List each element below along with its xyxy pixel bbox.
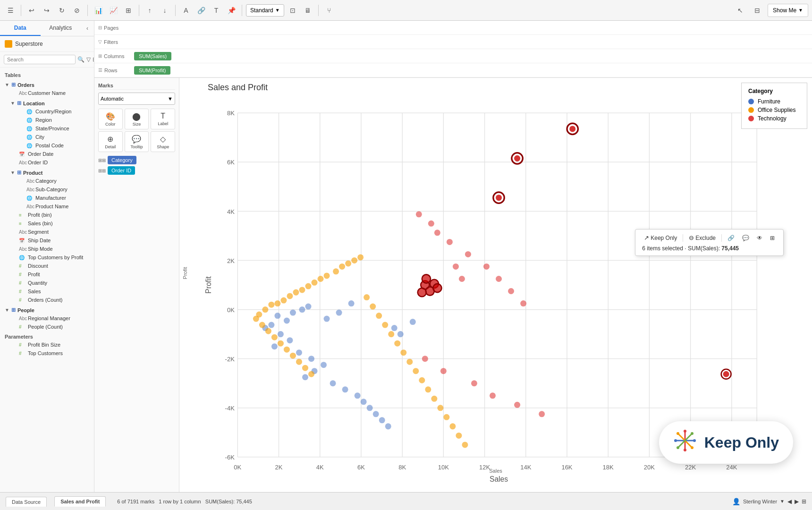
keep-only-button[interactable]: ↗ Keep Only xyxy=(642,233,679,242)
product-group[interactable]: ▼ ⊞ Product xyxy=(8,167,94,177)
svg-point-74 xyxy=(262,306,268,313)
field-profit-bin-size[interactable]: # Profit Bin Size xyxy=(8,340,94,349)
category-pill[interactable]: Category xyxy=(108,156,136,164)
marks-label-btn[interactable]: T Label xyxy=(151,109,175,129)
field-regional-manager[interactable]: Abc Regional Manager xyxy=(8,314,94,323)
canvas-wrapper: Marks Automatic ▼ 🎨 Color ⬤ Size T xyxy=(94,78,812,492)
link-icon[interactable]: 🔗 xyxy=(195,4,208,17)
refresh-button[interactable]: ↻ xyxy=(55,4,68,17)
field-subcategory[interactable]: Abc Sub-Category xyxy=(16,185,94,194)
svg-point-117 xyxy=(462,442,468,448)
pointer-icon[interactable]: ↖ xyxy=(734,4,747,17)
search-icon[interactable]: 🔍 xyxy=(77,56,85,63)
marks-size-btn[interactable]: ⬤ Size xyxy=(125,109,149,129)
field-state[interactable]: 🌐 State/Province xyxy=(16,124,94,133)
grid-view-btn[interactable]: ⊞ xyxy=(802,498,806,505)
field-order-date[interactable]: 📅 Order Date xyxy=(8,150,94,158)
field-orders-count[interactable]: # Orders (Count) xyxy=(8,296,94,304)
field-top-customers-param[interactable]: # Top Customers xyxy=(8,349,94,357)
multiview-icon[interactable]: ⊟ xyxy=(751,4,764,17)
field-sales-bin[interactable]: ≡ Sales (bin) xyxy=(8,219,94,228)
user-dropdown-chevron[interactable]: ▼ xyxy=(780,499,785,504)
pill-icon-1: ⊞⊞ xyxy=(98,158,106,163)
svg-point-126 xyxy=(520,300,526,306)
text-icon[interactable]: T xyxy=(210,4,223,17)
redo-button[interactable]: ↪ xyxy=(40,4,53,17)
link-icon-2: 🔗 xyxy=(727,235,735,241)
field-ship-mode[interactable]: Abc Ship Mode xyxy=(8,245,94,253)
marks-color-btn[interactable]: 🎨 Color xyxy=(98,109,123,129)
tooltip-view-btn[interactable]: 👁 xyxy=(755,234,764,242)
rows-pill[interactable]: SUM(Profit) xyxy=(134,66,170,75)
field-category[interactable]: Abc Category xyxy=(16,177,94,185)
field-quantity[interactable]: # Quantity xyxy=(8,279,94,287)
people-section-header[interactable]: ▼ ⊞ People xyxy=(0,304,94,314)
field-top-customers[interactable]: 🌐 Top Customers by Profit xyxy=(8,253,94,262)
svg-text:-4K: -4K xyxy=(225,405,235,412)
parameters-section-header[interactable]: Parameters xyxy=(0,331,94,340)
field-profit[interactable]: # Profit xyxy=(8,270,94,279)
field-people-count[interactable]: # People (Count) xyxy=(8,323,94,331)
legend-item-technology[interactable]: Technology xyxy=(748,115,800,122)
field-postal[interactable]: 🌐 Postal Code xyxy=(16,141,94,150)
field-order-id[interactable]: Abc Order ID xyxy=(8,158,94,167)
toolbar: ☰ ↩ ↪ ↻ ⊘ 📊 📈 ⊞ ↑ ↓ A 🔗 T 📌 Standard ▼ ⊡… xyxy=(0,0,812,21)
tooltip-link-btn[interactable]: 🔗 xyxy=(726,234,736,242)
share-icon[interactable]: ⑂ xyxy=(322,4,336,17)
bar-chart-icon[interactable]: 📊 xyxy=(92,4,105,17)
svg-point-129 xyxy=(471,380,477,386)
svg-point-54 xyxy=(271,343,278,349)
pin-icon[interactable]: 📌 xyxy=(225,4,238,17)
sort-desc-icon[interactable]: ↓ xyxy=(158,4,171,17)
next-page-btn[interactable]: ▶ xyxy=(795,498,799,505)
prev-page-btn[interactable]: ◀ xyxy=(787,498,792,505)
field-segment[interactable]: Abc Segment xyxy=(8,228,94,236)
field-city[interactable]: 🌐 City xyxy=(16,133,94,141)
fields-list: Tables ▼ ⊞ Orders Abc Customer Name ▼ ⊞ … xyxy=(0,68,94,492)
tab-analytics[interactable]: Analytics xyxy=(41,21,81,36)
standard-dropdown[interactable]: Standard ▼ xyxy=(246,4,284,17)
location-group[interactable]: ▼ ⊞ Location xyxy=(8,97,94,107)
field-customer-name[interactable]: Abc Customer Name xyxy=(8,89,94,97)
filter-icon[interactable]: ▽ xyxy=(86,56,91,63)
marks-detail-btn[interactable]: ⊕ Detail xyxy=(98,131,123,152)
label-icon[interactable]: A xyxy=(179,4,193,17)
menu-icon[interactable]: ☰ xyxy=(4,4,17,17)
orders-section-header[interactable]: ▼ ⊞ Orders xyxy=(0,79,94,89)
color-icon: 🎨 xyxy=(106,112,115,121)
device-icon[interactable]: 🖥 xyxy=(301,4,314,17)
svg-text:-6K: -6K xyxy=(225,454,235,461)
tooltip-table-btn[interactable]: ⊞ xyxy=(768,234,777,242)
tab-data[interactable]: Data xyxy=(0,21,41,36)
legend-item-office[interactable]: Office Supplies xyxy=(748,107,800,113)
legend-item-furniture[interactable]: Furniture xyxy=(748,98,800,105)
sidebar-collapse-btn[interactable]: ‹ xyxy=(81,21,94,36)
fit-icon[interactable]: ⊡ xyxy=(286,4,299,17)
svg-point-66 xyxy=(361,399,367,405)
sort-asc-icon[interactable]: ↑ xyxy=(143,4,156,17)
field-ship-date[interactable]: 📅 Ship Date xyxy=(8,236,94,245)
field-discount[interactable]: # Discount xyxy=(8,262,94,270)
group-icon[interactable]: ⊞ xyxy=(122,4,135,17)
field-profit-bin[interactable]: ≡ Profit (bin) xyxy=(8,211,94,219)
field-region[interactable]: 🌐 Region xyxy=(16,116,94,124)
analytics-icon[interactable]: 📈 xyxy=(107,4,120,17)
pause-button[interactable]: ⊘ xyxy=(70,4,84,17)
undo-button[interactable]: ↩ xyxy=(25,4,38,17)
marks-type-dropdown[interactable]: Automatic ▼ xyxy=(98,93,175,105)
field-manufacturer[interactable]: 🌐 Manufacturer xyxy=(16,194,94,202)
field-country[interactable]: 🌐 Country/Region xyxy=(16,107,94,116)
marks-tooltip-btn[interactable]: 💬 Tooltip xyxy=(125,131,149,152)
exclude-button[interactable]: ⊖ Exclude xyxy=(687,233,718,242)
marks-shape-btn[interactable]: ◇ Shape xyxy=(151,131,175,152)
tooltip-note-btn[interactable]: 💬 xyxy=(740,234,751,242)
field-product-name[interactable]: Abc Product Name xyxy=(16,202,94,211)
show-me-button[interactable]: Show Me ▼ xyxy=(768,4,808,17)
field-sales[interactable]: # Sales xyxy=(8,287,94,296)
sheet-tab[interactable]: Sales and Profit xyxy=(54,496,106,507)
search-input[interactable] xyxy=(4,55,76,64)
data-source-tab[interactable]: Data Source xyxy=(6,497,47,507)
order-id-pill[interactable]: Order ID xyxy=(108,166,135,175)
columns-pill[interactable]: SUM(Sales) xyxy=(134,52,171,60)
data-source[interactable]: Superstore xyxy=(0,36,94,52)
